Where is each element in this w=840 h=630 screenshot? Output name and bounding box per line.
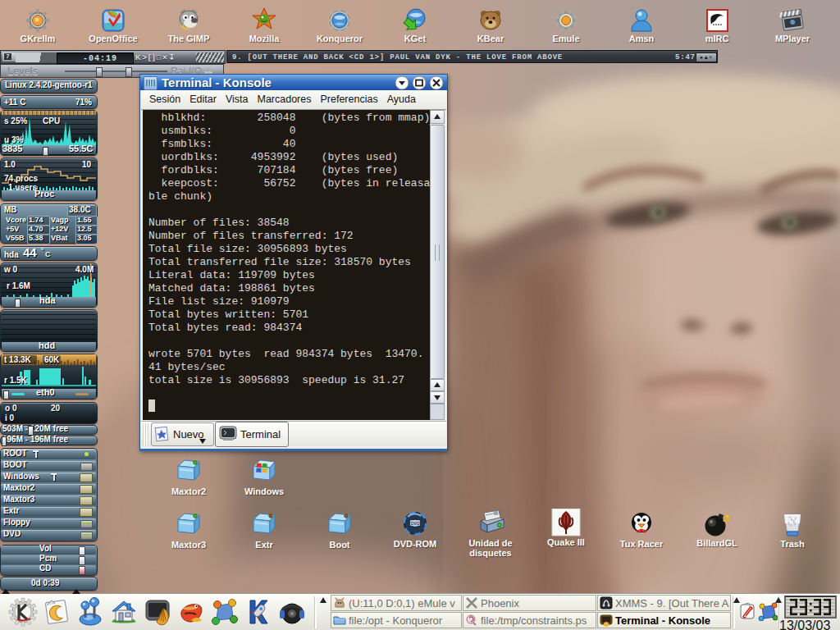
svg-text:DVD: DVD xyxy=(411,521,420,526)
